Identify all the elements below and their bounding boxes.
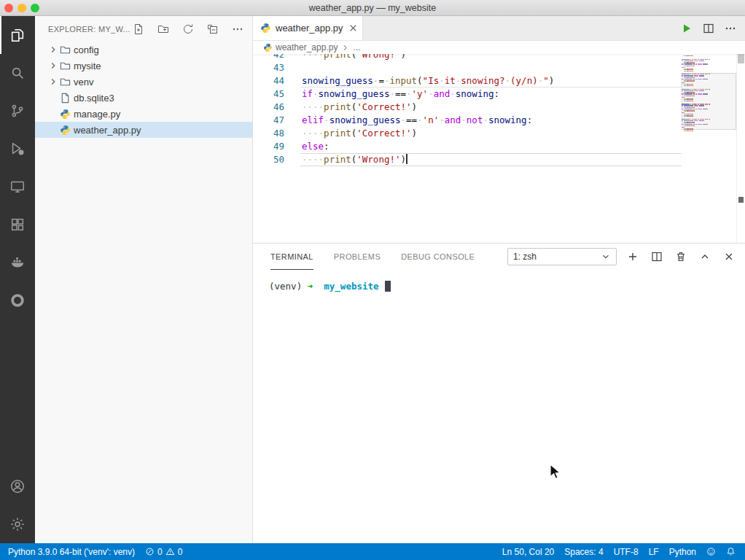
code-line-text[interactable]: else: [302, 140, 682, 153]
kill-terminal-button[interactable] [675, 251, 687, 262]
code-token: ( [417, 75, 423, 86]
code-line-text[interactable]: snowing_guess·=·input("Is·it·snowing?·(y… [302, 74, 682, 88]
tree-item-mysite[interactable]: mysite [35, 58, 252, 74]
status-indentation[interactable]: Spaces: 4 [559, 543, 608, 560]
tree-item-label: weather_app.py [74, 125, 141, 136]
code-token: ···· [302, 128, 324, 139]
explorer-icon [9, 27, 26, 43]
more-editor-actions-button[interactable] [725, 23, 736, 34]
activity-item-docker[interactable] [0, 244, 35, 281]
code-token: 'n' [423, 114, 440, 125]
terminal-output[interactable]: (venv) ➜ my_website [253, 270, 745, 532]
terminal-shell-select[interactable]: 1: zsh [507, 248, 617, 265]
tree-item-manage-py[interactable]: manage.py [35, 106, 252, 122]
code-line-50[interactable]: 50····print('Wrong!') [253, 153, 682, 166]
collapse-all-icon[interactable] [207, 23, 219, 35]
status-encoding[interactable]: UTF-8 [609, 543, 644, 560]
run-file-button[interactable] [681, 23, 693, 34]
code-line-text[interactable]: ····print('Wrong!') [302, 54, 682, 61]
minimap-seg [687, 69, 693, 69]
code-line-text[interactable]: if·snowing_guess·==·'y'·and·snowing: [302, 88, 682, 101]
activity-item-circle[interactable] [0, 281, 35, 319]
status-cursor-position[interactable]: Ln 50, Col 20 [497, 543, 559, 560]
python-icon [60, 109, 74, 120]
scrollbar-thumb[interactable] [738, 54, 744, 63]
code-line-45[interactable]: 45if·snowing_guess·==·'y'·and·snowing: [253, 88, 682, 101]
feedback-button[interactable] [701, 543, 721, 560]
minimap[interactable] [682, 54, 736, 243]
terminal-cwd: my_website [324, 281, 378, 292]
new-file-icon[interactable] [133, 23, 144, 35]
activity-item-remote-explorer[interactable] [0, 168, 35, 206]
close-panel-button[interactable] [723, 251, 735, 262]
refresh-icon[interactable] [182, 23, 194, 35]
tree-item-venv[interactable]: venv [35, 74, 252, 90]
split-editor-button[interactable] [703, 23, 714, 34]
line-number[interactable]: 44 [253, 74, 302, 88]
code-editor[interactable]: 42····print('Wrong!')4344snowing_guess·=… [253, 54, 745, 243]
line-number[interactable]: 45 [253, 88, 302, 101]
line-number[interactable]: 49 [253, 140, 302, 153]
traffic-lights [4, 4, 39, 12]
new-folder-icon[interactable] [157, 23, 169, 35]
status-eol[interactable]: LF [644, 543, 664, 560]
code-line-47[interactable]: 47elif·snowing_guess·==·'n'·and·not·snow… [253, 114, 682, 127]
status-language-mode[interactable]: Python [664, 543, 701, 560]
notifications-bell-button[interactable] [721, 543, 741, 560]
code-line-text[interactable]: ····print('Correct!') [302, 101, 682, 114]
activity-item-search[interactable] [0, 54, 35, 92]
line-number[interactable]: 48 [253, 127, 302, 140]
minimap-line [682, 131, 736, 131]
minimize-window-button[interactable] [17, 4, 26, 12]
panel-tab-terminal[interactable]: TERMINAL [270, 244, 313, 270]
code-line-text[interactable]: ····print('Correct!') [302, 127, 682, 140]
tab-weather-app-py[interactable]: weather_app.py [253, 16, 363, 40]
line-number[interactable]: 42 [253, 54, 302, 61]
bottom-panel: TERMINALPROBLEMSDEBUG CONSOLE 1: zsh (ve… [253, 243, 745, 543]
line-number[interactable]: 43 [253, 61, 302, 74]
minimap-line [682, 62, 736, 63]
code-line-44[interactable]: 44snowing_guess·=·input("Is·it·snowing?·… [253, 74, 682, 88]
tree-item-weather-app-py[interactable]: weather_app.py [35, 122, 252, 138]
breadcrumb-file[interactable]: weather_app.py [276, 42, 338, 52]
account-icon [9, 478, 26, 494]
tree-item-db-sqlite3[interactable]: db.sqlite3 [35, 90, 252, 106]
maximize-panel-button[interactable] [699, 251, 711, 262]
line-number[interactable]: 47 [253, 114, 302, 127]
code-token: 'Wrong!' [356, 54, 400, 60]
panel-tab-problems[interactable]: PROBLEMS [334, 244, 381, 270]
breadcrumb-symbol[interactable]: ... [353, 42, 360, 52]
activity-item-settings[interactable] [0, 505, 35, 543]
code-line-48[interactable]: 48····print('Correct!') [253, 127, 682, 140]
panel-tab-debug-console[interactable]: DEBUG CONSOLE [401, 244, 475, 270]
code-line-42[interactable]: 42····print('Wrong!') [253, 54, 682, 61]
code-line-text[interactable] [302, 61, 682, 74]
code-token: · [483, 114, 488, 125]
code-token: input [389, 75, 417, 86]
line-number[interactable]: 46 [253, 101, 302, 114]
zoom-window-button[interactable] [31, 4, 39, 12]
activity-item-source-control[interactable] [0, 92, 35, 130]
scrollbar[interactable] [736, 54, 745, 243]
code-line-49[interactable]: 49else: [253, 140, 682, 153]
activity-item-account[interactable] [0, 467, 35, 505]
line-number[interactable]: 50 [253, 153, 302, 166]
code-line-46[interactable]: 46····print('Correct!') [253, 101, 682, 114]
minimap-line [682, 66, 736, 66]
minimap-slider[interactable] [682, 73, 736, 130]
split-terminal-button[interactable] [651, 251, 663, 262]
python-interpreter-status[interactable]: Python 3.9.0 64-bit ('venv': venv) [3, 543, 140, 560]
tree-item-config[interactable]: config [35, 42, 252, 58]
activity-item-run-debug[interactable] [0, 130, 35, 168]
activity-item-explorer[interactable] [0, 16, 35, 54]
code-line-text[interactable]: elif·snowing_guess·==·'n'·and·not·snowin… [302, 114, 682, 127]
new-terminal-button[interactable] [627, 251, 639, 262]
activity-item-extensions[interactable] [0, 206, 35, 244]
code-token: ···· [302, 54, 324, 60]
more-icon[interactable] [232, 23, 243, 35]
close-tab-icon[interactable] [348, 23, 359, 34]
code-line-43[interactable]: 43 [253, 61, 682, 74]
close-window-button[interactable] [4, 4, 13, 12]
problems-status[interactable]: 00 [140, 543, 187, 560]
code-line-text[interactable]: ····print('Wrong!') [302, 153, 682, 166]
